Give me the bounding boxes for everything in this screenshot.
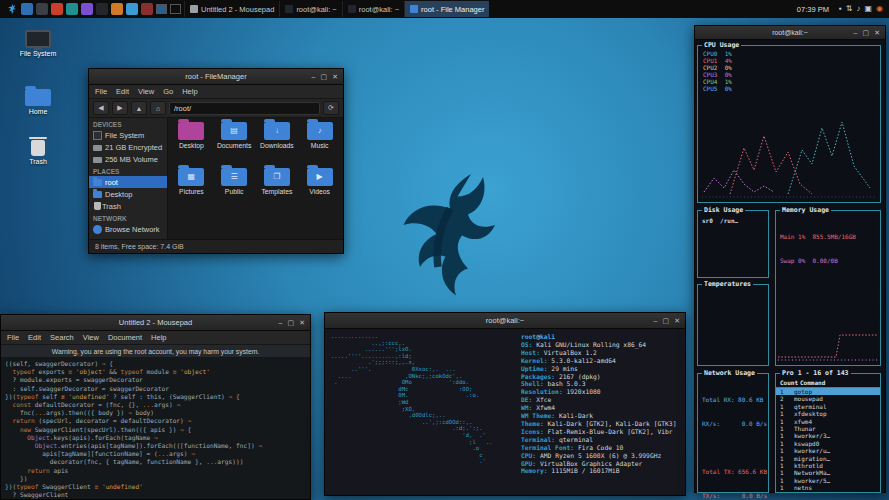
file-manager-icon[interactable]	[21, 3, 33, 15]
clipboard-icon[interactable]: ▣	[862, 0, 874, 18]
process-row[interactable]: 1kworker/5…	[776, 477, 880, 484]
recorder-icon[interactable]	[141, 3, 153, 15]
process-row[interactable]: 1qterminal	[776, 403, 880, 410]
folder-item-public[interactable]: ☰Public	[213, 168, 256, 214]
folder-item-templates[interactable]: ❐Templates	[256, 168, 299, 214]
process-row[interactable]: 1netns	[776, 484, 880, 491]
process-row[interactable]: 1gotop	[776, 388, 880, 395]
taskbar-window-0[interactable]: Untitled 2 - Mousepad	[184, 1, 279, 17]
desktop-icon-trash[interactable]: Trash	[10, 136, 66, 165]
process-row[interactable]: 1Thunar	[776, 425, 880, 432]
count-header[interactable]: Count	[780, 379, 800, 386]
maximize-button[interactable]: ▢	[663, 313, 670, 328]
firefox-icon[interactable]	[51, 3, 63, 15]
clock[interactable]: 07:39 PM	[792, 5, 834, 14]
sidebar-item-256-mb-volume[interactable]: 256 MB Volume	[89, 153, 167, 165]
network-icon[interactable]: ⇅	[844, 0, 855, 18]
maximize-button[interactable]: ▢	[321, 69, 328, 84]
back-icon[interactable]: ◀	[93, 101, 109, 115]
maximize-button[interactable]: ▢	[288, 315, 295, 330]
indicator-icon[interactable]: ▪	[837, 0, 844, 18]
close-button[interactable]: ✕	[874, 25, 880, 40]
process-row[interactable]: 1migration…	[776, 455, 880, 462]
sidebar-item-desktop[interactable]: Desktop	[89, 188, 167, 200]
sidebar-item-label: File System	[105, 131, 144, 140]
menu-help[interactable]: Help	[182, 87, 197, 96]
sidebar-item-root[interactable]: root	[89, 176, 167, 188]
minimize-button[interactable]: –	[854, 25, 858, 40]
minimize-button[interactable]: –	[279, 315, 283, 330]
folder-item-documents[interactable]: ▤Documents	[213, 122, 256, 168]
screenshot-icon[interactable]	[96, 3, 108, 15]
menu-file[interactable]: File	[7, 333, 19, 342]
maximize-button[interactable]: ▢	[863, 25, 870, 40]
sidebar-item-21-gb-encrypted[interactable]: 21 GB Encrypted	[89, 141, 167, 153]
terminal-icon[interactable]	[36, 3, 48, 15]
process-count: 1	[780, 447, 794, 454]
desktop-icon-label: Trash	[10, 158, 66, 165]
taskbar-window-2[interactable]: root@kali: ~	[342, 1, 404, 17]
menu-document[interactable]: Document	[108, 333, 142, 342]
terminal-content[interactable]: .............. ..,;:ccc,. ......''';lxO.…	[325, 329, 685, 495]
folder-item-desktop[interactable]: Desktop	[170, 122, 213, 168]
text-editor-icon[interactable]	[81, 3, 93, 15]
sidebar-item-trash[interactable]: Trash	[89, 200, 167, 212]
workspace-1[interactable]	[156, 4, 167, 14]
mousepad-titlebar[interactable]: Untitled 2 - Mousepad – ▢ ✕	[1, 315, 310, 331]
folder-item-videos[interactable]: ▶Videos	[298, 168, 341, 214]
browser-icon[interactable]	[126, 3, 138, 15]
burpsuite-icon[interactable]	[111, 3, 123, 15]
menu-view[interactable]: View	[83, 333, 99, 342]
process-row[interactable]: 1xfwm4	[776, 418, 880, 425]
process-count: 1	[780, 440, 794, 447]
close-button[interactable]: ✕	[332, 69, 338, 84]
top-panel: Untitled 2 - Mousepadroot@kali: ~root@ka…	[0, 0, 889, 18]
monitor-icon	[10, 28, 66, 48]
terminal-titlebar[interactable]: root@kali:~ – ▢ ✕	[325, 313, 685, 329]
process-row[interactable]: 1kworker/u…	[776, 447, 880, 454]
process-row[interactable]: 2mousepad	[776, 395, 880, 402]
menu-edit[interactable]: Edit	[28, 333, 41, 342]
folder-item-pictures[interactable]: ▦Pictures	[170, 168, 213, 214]
close-button[interactable]: ✕	[674, 313, 680, 328]
menu-file[interactable]: File	[95, 87, 107, 96]
menu-go[interactable]: Go	[163, 87, 173, 96]
desktop-icon-home[interactable]: Home	[10, 86, 66, 115]
menu-edit[interactable]: Edit	[116, 87, 129, 96]
forward-icon[interactable]: ▶	[112, 101, 128, 115]
gotop-titlebar[interactable]: root@kali:~ – ▢ ✕	[695, 26, 885, 40]
folder-item-music[interactable]: ♪Music	[298, 122, 341, 168]
taskbar-window-label: root@kali: ~	[359, 5, 399, 14]
volume-icon[interactable]: ♪	[854, 0, 862, 18]
reload-button[interactable]: ⟳	[323, 101, 339, 115]
kali-menu-icon[interactable]	[4, 2, 18, 16]
command-header[interactable]: Command	[800, 379, 825, 386]
taskbar-window-1[interactable]: root@kali: ~	[279, 1, 341, 17]
process-row[interactable]: 1kswapd0	[776, 440, 880, 447]
menu-help[interactable]: Help	[151, 333, 166, 342]
process-row[interactable]: 1kworker/3…	[776, 432, 880, 439]
disk-usage-panel: Disk Usage sr0 /run…	[697, 210, 769, 278]
sidebar-item-browse-network[interactable]: Browse Network	[89, 223, 167, 235]
process-row[interactable]: 1xfdesktop	[776, 410, 880, 417]
menu-search[interactable]: Search	[50, 333, 74, 342]
minimize-button[interactable]: –	[654, 313, 658, 328]
taskbar-window-3[interactable]: root - File Manager	[404, 1, 489, 17]
path-bar[interactable]: /root/	[169, 102, 320, 115]
file-manager-titlebar[interactable]: root - FileManager – ▢ ✕	[89, 69, 343, 85]
minimize-button[interactable]: –	[312, 69, 316, 84]
home-icon[interactable]: ⌂	[150, 101, 166, 115]
process-row[interactable]: 1NetworkMa…	[776, 469, 880, 476]
qterminal-icon[interactable]	[66, 3, 78, 15]
lbl: Videos	[309, 188, 330, 195]
desktop-icon-file-system[interactable]: File System	[10, 28, 66, 57]
folder-item-downloads[interactable]: ↓Downloads	[256, 122, 299, 168]
power-icon[interactable]: ◉	[874, 0, 885, 18]
text-editor-area[interactable]: ((self, swaggerDecorator) ⇒ { typeof exp…	[1, 358, 310, 499]
sidebar-item-file-system[interactable]: File System	[89, 129, 167, 141]
close-button[interactable]: ✕	[299, 315, 305, 330]
process-row[interactable]: 1kthrotld	[776, 462, 880, 469]
workspace-2[interactable]	[170, 4, 181, 14]
up-icon[interactable]: ▲	[131, 101, 147, 115]
menu-view[interactable]: View	[138, 87, 154, 96]
